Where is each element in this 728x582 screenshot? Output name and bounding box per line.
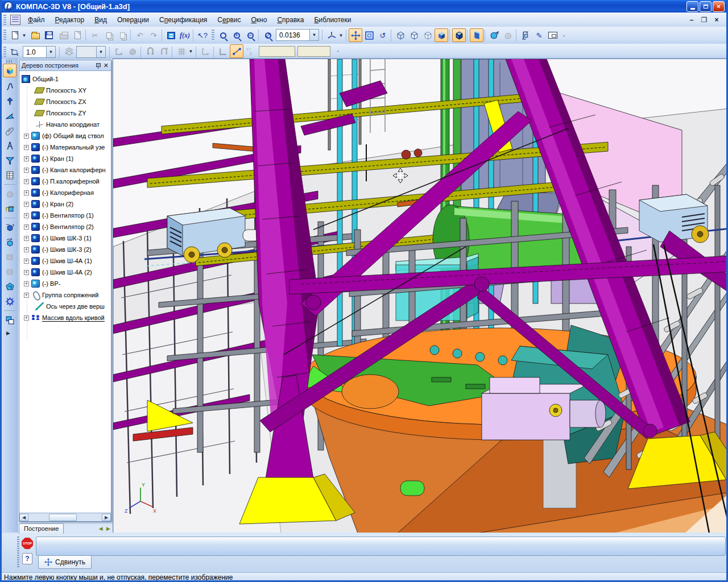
combo-dropdown-icon[interactable]: ▼ xyxy=(46,47,55,57)
report-button[interactable] xyxy=(3,168,16,182)
tree-item-component[interactable]: +(-) Вентилятор (1) xyxy=(24,210,94,221)
hidden-lines-thin-mode-button[interactable] xyxy=(421,28,435,42)
tree-hscrollbar[interactable]: ◀ ▶ xyxy=(19,513,111,521)
tree-item-plane-xy[interactable]: Плоскость XY xyxy=(35,85,86,96)
new-document-button[interactable] xyxy=(8,28,22,42)
perspective-mode-button[interactable] xyxy=(470,28,483,42)
coordinate-field-1[interactable] xyxy=(259,46,295,57)
placement-button[interactable] xyxy=(112,44,126,58)
expand-icon[interactable]: + xyxy=(24,259,29,264)
pin-icon[interactable] xyxy=(95,63,101,69)
zoom-frame-button[interactable] xyxy=(362,28,376,42)
expand-icon[interactable]: + xyxy=(24,270,29,275)
cut-button[interactable]: ✂ xyxy=(88,28,102,42)
tree-item-origin[interactable]: Начало координат xyxy=(35,119,100,130)
menu-file[interactable]: Файл xyxy=(23,14,50,26)
tree-item-component[interactable]: +(-) Шкив Ш-4А (1) xyxy=(24,255,92,267)
menu-window[interactable]: Окно xyxy=(246,14,272,26)
gray-tool-2-button[interactable] xyxy=(3,250,16,264)
toolbar-overflow[interactable]: ⌄ xyxy=(561,28,567,42)
tab-build[interactable]: Построение xyxy=(19,523,64,534)
shaded-mode-button[interactable] xyxy=(435,28,448,42)
wireframe-mode-button[interactable] xyxy=(394,28,407,42)
zoom-area-button[interactable] xyxy=(216,28,230,42)
tree-item-component[interactable]: +(-) Шкив ШК-3 (2) xyxy=(24,244,92,255)
stop-button[interactable]: STOP xyxy=(21,537,34,550)
xy-entry-button[interactable]: Y↕X xyxy=(243,44,257,58)
window-layout-button[interactable] xyxy=(3,313,16,327)
model-viewport[interactable]: Y X Z xyxy=(113,59,728,533)
scroll-right-icon[interactable]: ▶ xyxy=(102,514,111,521)
library-button[interactable] xyxy=(3,202,16,215)
sketch-button[interactable]: ✎ xyxy=(532,28,546,42)
tree-item-component[interactable]: +(-) Вентилятор (2) xyxy=(24,221,94,232)
pan-button[interactable] xyxy=(349,28,362,42)
zoom-in-button[interactable]: + xyxy=(230,28,243,42)
step-combo[interactable]: 1.0 ▼ xyxy=(23,46,56,58)
toolbar-grip[interactable] xyxy=(212,30,214,41)
menu-service[interactable]: Сервис xyxy=(212,14,246,26)
expand-icon[interactable]: + xyxy=(24,179,29,184)
menu-help[interactable]: Справка xyxy=(272,14,309,26)
tree-item-array[interactable]: +Массив вдоль кривой xyxy=(24,312,105,323)
panel-expand-arrow[interactable]: ▶ xyxy=(6,330,10,336)
thread-display-button[interactable] xyxy=(487,28,501,42)
tree-item-component[interactable]: +(-) П.калориферной xyxy=(24,176,100,187)
orientation-dropdown[interactable]: ▼ xyxy=(338,28,344,42)
close-button[interactable]: × xyxy=(713,1,725,12)
fx-button[interactable]: f(x) xyxy=(178,28,192,42)
context-help-button[interactable]: ↖? xyxy=(196,28,209,42)
local-cs-button[interactable] xyxy=(198,44,212,58)
grid-button[interactable] xyxy=(175,44,188,58)
rotate-button[interactable]: ↺ xyxy=(376,28,390,42)
expand-icon[interactable]: + xyxy=(24,236,29,241)
property-help-button[interactable]: ? xyxy=(22,553,32,564)
copy-button[interactable] xyxy=(102,28,115,42)
grid-dropdown[interactable]: ▼ xyxy=(188,44,194,58)
property-grip[interactable] xyxy=(17,537,19,568)
zoom-out-button[interactable]: − xyxy=(243,28,257,42)
mdi-restore-button[interactable]: ❐ xyxy=(700,16,708,24)
magnet-2-button[interactable] xyxy=(157,44,171,58)
tree-item-plane-zx[interactable]: Плоскость ZX xyxy=(35,96,86,107)
new-document-dropdown[interactable]: ▼ xyxy=(21,28,27,42)
layout-button[interactable] xyxy=(546,28,560,42)
coordinate-field-2[interactable] xyxy=(297,46,330,57)
hidden-lines-mode-button[interactable] xyxy=(407,28,421,42)
tree-item-plane-zy[interactable]: Плоскость ZY xyxy=(35,107,86,119)
section-view-button[interactable] xyxy=(501,28,515,42)
variables-button[interactable] xyxy=(164,28,178,42)
tree-item-component[interactable]: +(-) Шкив Ш-4А (2) xyxy=(24,267,92,278)
tab-nav-arrows[interactable]: ◀ ▶ xyxy=(99,526,111,534)
redo-button[interactable]: ↷ xyxy=(147,28,160,42)
tab-move[interactable]: Сдвинуть xyxy=(38,556,92,569)
expand-icon[interactable]: + xyxy=(24,225,29,230)
open-button[interactable] xyxy=(28,28,42,42)
print-preview-button[interactable] xyxy=(71,28,84,42)
property-bar[interactable] xyxy=(36,537,726,556)
layer-combo-disabled[interactable]: ▼ xyxy=(76,46,106,58)
menu-editor[interactable]: Редактор xyxy=(50,14,90,26)
expand-icon[interactable]: + xyxy=(24,293,29,298)
operations-cube-button[interactable] xyxy=(3,221,16,234)
expand-icon[interactable]: + xyxy=(24,190,29,196)
tree-item-component[interactable]: +(ф) Общий вид ствол xyxy=(24,130,104,142)
mdi-close-button[interactable]: × xyxy=(713,16,721,24)
tree-item-component[interactable]: +(-) Кран (2) xyxy=(24,198,73,210)
toolbar-grip[interactable] xyxy=(3,30,6,41)
tree-item-component[interactable]: +(-) Материальный узе xyxy=(24,142,105,153)
mdi-minimize-button[interactable]: – xyxy=(688,16,696,24)
ortho-button[interactable] xyxy=(216,44,230,58)
layers-button[interactable] xyxy=(62,44,76,58)
tree-close-icon[interactable]: ✕ xyxy=(104,62,109,69)
toolbar-grip[interactable] xyxy=(3,47,6,58)
print-button[interactable] xyxy=(57,28,71,42)
orientation-button[interactable] xyxy=(325,28,338,42)
toolbar-overflow[interactable]: ⌄ xyxy=(335,44,341,57)
spline-tool-button[interactable] xyxy=(3,80,16,93)
dimensions-button[interactable] xyxy=(519,28,532,42)
tree-panel-header[interactable]: Дерево построения ✕ xyxy=(19,60,111,71)
tree-item-component[interactable]: +(-) Калориферная xyxy=(24,187,94,198)
tree-item-axis[interactable]: Ось через две верш xyxy=(35,301,105,312)
snap-button[interactable] xyxy=(230,44,243,58)
